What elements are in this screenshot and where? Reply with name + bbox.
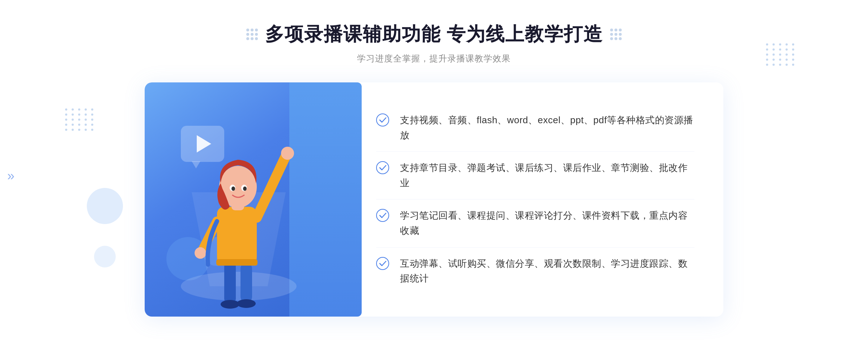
svg-point-27 (376, 257, 389, 270)
feature-text-2: 支持章节目录、弹题考试、课后练习、课后作业、章节测验、批改作业 (400, 160, 694, 190)
check-icon-3 (376, 209, 389, 222)
svg-point-25 (376, 162, 389, 174)
svg-rect-8 (224, 261, 236, 304)
svg-rect-13 (216, 259, 258, 266)
svg-point-11 (237, 299, 256, 308)
feature-item-1: 支持视频、音频、flash、word、excel、ppt、pdf等各种格式的资源… (376, 104, 694, 152)
feature-text-4: 互动弹幕、试听购买、微信分享、观看次数限制、学习进度跟踪、数据统计 (400, 256, 694, 286)
main-title: 多项录播课辅助功能 专为线上教学打造 (265, 22, 603, 47)
svg-point-26 (376, 209, 389, 222)
svg-rect-12 (217, 207, 257, 265)
sub-title: 学习进度全掌握，提升录播课教学效果 (246, 53, 622, 64)
check-icon-1 (376, 113, 389, 126)
content-card: 支持视频、音频、flash、word、excel、ppt、pdf等各种格式的资源… (145, 82, 723, 317)
svg-rect-9 (241, 263, 252, 302)
feature-item-4: 互动弹幕、试听购买、微信分享、观看次数限制、学习进度跟踪、数据统计 (376, 248, 694, 295)
check-icon-2 (376, 161, 389, 174)
feature-item-3: 学习笔记回看、课程提问、课程评论打分、课件资料下载，重点内容收藏 (376, 199, 694, 247)
check-icon-4 (376, 257, 389, 270)
features-area: 支持视频、音频、flash、word、excel、ppt、pdf等各种格式的资源… (340, 82, 723, 317)
blue-circle-decoration-1 (87, 188, 123, 224)
feature-text-1: 支持视频、音频、flash、word、excel、ppt、pdf等各种格式的资源… (400, 113, 694, 143)
page-container: 多项录播课辅助功能 专为线上教学打造 学习进度全掌握，提升录播课教学效果 » (0, 0, 868, 352)
svg-point-24 (376, 114, 389, 126)
header-title-row: 多项录播课辅助功能 专为线上教学打造 (246, 22, 622, 47)
outer-dots-left (65, 108, 95, 131)
svg-point-17 (195, 247, 206, 259)
blue-circle-decoration-2 (94, 246, 116, 267)
feature-item-2: 支持章节目录、弹题考试、课后练习、课后作业、章节测验、批改作业 (376, 152, 694, 199)
feature-text-3: 学习笔记回看、课程提问、课程评论打分、课件资料下载，重点内容收藏 (400, 208, 694, 238)
illustration-area (145, 82, 340, 317)
svg-point-15 (281, 147, 294, 160)
left-title-decoration (246, 29, 258, 40)
svg-point-23 (243, 186, 247, 191)
person-illustration (174, 120, 304, 317)
svg-point-22 (231, 186, 235, 191)
outer-dots-right (766, 43, 796, 66)
header-section: 多项录播课辅助功能 专为线上教学打造 学习进度全掌握，提升录播课教学效果 (246, 22, 622, 64)
svg-point-10 (221, 300, 239, 309)
left-arrow-decoration: » (7, 168, 14, 184)
right-title-decoration (610, 29, 622, 40)
